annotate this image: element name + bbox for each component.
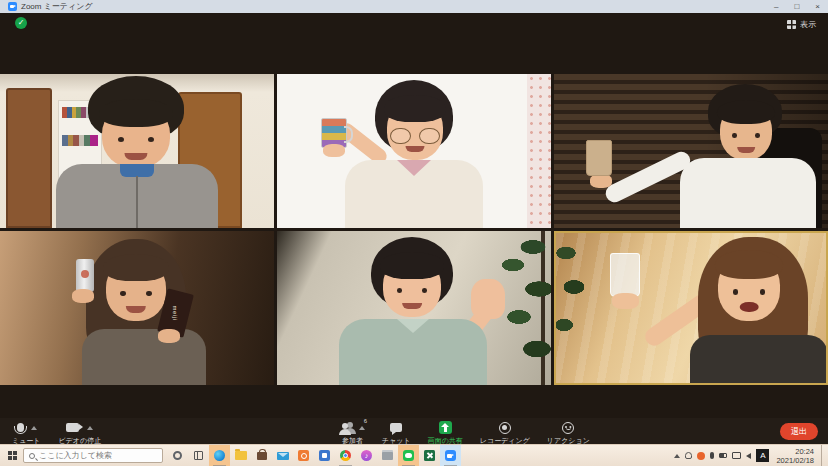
cortana-icon — [173, 451, 182, 460]
window-titlebar: Zoom ミーティング – □ × — [0, 0, 828, 13]
toolbar-center-group: 6 参加者 チャット 画面の共有 レコーディング リアクション — [338, 418, 592, 444]
book-row — [62, 135, 98, 146]
excel-button[interactable] — [419, 445, 440, 466]
itunes-button[interactable]: ♪ — [356, 445, 377, 466]
view-button[interactable]: 表示 — [785, 17, 818, 32]
chat-bubble-icon — [390, 423, 402, 432]
zoom-camera-icon — [445, 450, 456, 461]
eye — [146, 291, 151, 296]
record-button[interactable]: レコーディング — [478, 421, 532, 446]
edge-browser-icon — [214, 450, 225, 461]
participants-button[interactable]: 6 参加者 — [338, 421, 367, 446]
video-camera-icon — [66, 423, 79, 432]
paper-cup — [586, 140, 612, 176]
close-button[interactable]: × — [815, 2, 820, 11]
task-view-icon — [194, 451, 203, 460]
video-tile-participant-6-active-speaker[interactable] — [554, 231, 828, 385]
chat-button[interactable]: チャット — [380, 421, 413, 446]
ime-language-indicator[interactable]: A — [756, 449, 769, 462]
line-button[interactable] — [398, 445, 419, 466]
orange-app-icon — [298, 450, 309, 461]
chrome-button[interactable] — [335, 445, 356, 466]
reactions-button[interactable]: リアクション — [545, 421, 592, 446]
hand — [72, 289, 94, 303]
record-icon — [499, 422, 511, 434]
gallery-grid-icon — [787, 20, 796, 29]
blue-app-button[interactable] — [314, 445, 335, 466]
mouth — [126, 306, 146, 313]
mute-button[interactable]: ミュート — [10, 421, 43, 446]
eye — [148, 137, 154, 142]
file-explorer-button[interactable] — [230, 445, 251, 466]
task-view-button[interactable] — [188, 445, 209, 466]
eye — [118, 137, 124, 142]
edge-button[interactable] — [209, 445, 230, 466]
zoom-taskbar-button[interactable] — [440, 445, 461, 466]
taskbar-clock[interactable]: 20:24 2021/02/18 — [776, 447, 814, 465]
cortana-button[interactable] — [167, 445, 188, 466]
tray-firefox-icon[interactable] — [697, 452, 705, 460]
tray-people-icon[interactable] — [685, 452, 692, 459]
excel-icon — [424, 450, 435, 461]
mouth — [737, 147, 755, 153]
video-options-chevron-icon[interactable] — [87, 426, 93, 430]
window-title: Zoom ミーティング — [21, 1, 93, 12]
floral-curtain — [527, 74, 551, 228]
hidden-icons-chevron-icon[interactable] — [674, 454, 680, 458]
view-button-label: 表示 — [800, 19, 816, 30]
tray-battery-icon[interactable] — [719, 453, 727, 458]
video-tile-participant-5[interactable] — [277, 231, 551, 385]
tray-volume-icon[interactable] — [746, 453, 751, 459]
clock-time: 20:24 — [795, 447, 814, 456]
line-messenger-icon — [403, 450, 414, 461]
mouth — [124, 153, 147, 160]
mouth — [405, 146, 424, 153]
stop-video-button[interactable]: ビデオの停止 — [57, 421, 104, 446]
orange-app-button[interactable] — [293, 445, 314, 466]
share-screen-button[interactable]: 画面の共有 — [426, 421, 465, 446]
blue-app-icon — [319, 450, 330, 461]
show-desktop-button[interactable] — [821, 445, 825, 466]
hand — [590, 174, 612, 188]
eye — [755, 133, 760, 137]
layered-app-icon — [382, 452, 393, 460]
video-tile-participant-3[interactable] — [554, 74, 828, 228]
participants-options-chevron-icon[interactable] — [359, 426, 365, 430]
search-input[interactable] — [39, 451, 149, 460]
video-tile-participant-2[interactable] — [277, 74, 551, 228]
system-tray: A 20:24 2021/02/18 — [674, 445, 828, 466]
tray-microphone-icon[interactable] — [710, 452, 714, 459]
chrome-browser-icon — [340, 450, 351, 461]
beverage-can — [76, 259, 94, 292]
itunes-music-icon: ♪ — [361, 450, 372, 461]
eye — [760, 289, 766, 294]
video-tile-participant-1[interactable] — [0, 74, 274, 228]
tray-display-icon[interactable] — [732, 452, 741, 459]
shopping-bag-icon — [257, 452, 267, 460]
chocolate-box-label: meiji — [173, 306, 179, 321]
leave-meeting-button[interactable]: 退出 — [780, 423, 818, 440]
participants-count-badge: 6 — [364, 418, 367, 424]
reactions-smiley-icon — [562, 422, 574, 434]
minimize-button[interactable]: – — [774, 2, 778, 11]
mute-options-chevron-icon[interactable] — [31, 426, 37, 430]
face — [383, 257, 441, 317]
hand — [612, 293, 639, 309]
face — [720, 104, 772, 160]
zoom-app-area: ✓ 表示 — [0, 13, 828, 444]
face — [106, 259, 166, 321]
stack-app-button[interactable] — [377, 445, 398, 466]
start-button[interactable] — [8, 451, 17, 460]
taskbar-search-box[interactable] — [23, 448, 163, 463]
eye — [120, 291, 125, 296]
waving-hand — [471, 279, 505, 319]
mail-button[interactable] — [272, 445, 293, 466]
video-tile-participant-4[interactable]: meiji — [0, 231, 274, 385]
eye — [397, 288, 402, 293]
encryption-shield-icon[interactable]: ✓ — [15, 17, 27, 29]
store-button[interactable] — [251, 445, 272, 466]
windows-taskbar: ♪ A 20:24 2021/02/18 — [0, 444, 828, 466]
eye — [733, 289, 739, 294]
dark-jacket — [690, 335, 828, 383]
maximize-button[interactable]: □ — [794, 2, 799, 11]
